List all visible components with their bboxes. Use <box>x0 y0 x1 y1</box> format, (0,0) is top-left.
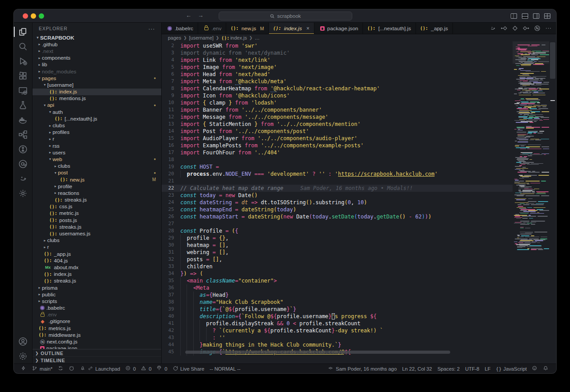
tree-item-streaks.js[interactable]: ():streaks.js <box>33 223 161 230</box>
activity-account-icon[interactable] <box>14 334 33 349</box>
open-changes-icon[interactable] <box>512 25 518 32</box>
tree-item-.babelrc[interactable]: .babelrc <box>33 305 161 311</box>
tree-item-.next[interactable]: ▸.next <box>33 48 161 54</box>
tree-item-usernames.js[interactable]: ():usernames.js <box>33 230 161 237</box>
tree-item-node_modules[interactable]: ▸node_modules <box>33 68 161 75</box>
tree-item-index.js[interactable]: ():index.js <box>33 271 161 278</box>
layout-panel-icon[interactable] <box>521 12 529 20</box>
status-lf[interactable]: LF <box>482 366 493 372</box>
status-github[interactable] <box>66 366 77 372</box>
activity-docker-icon[interactable] <box>14 113 33 127</box>
code-line-13[interactable]: 13import { StaticMention } from '../../c… <box>162 121 513 128</box>
code-line-21[interactable]: 21 <box>162 178 513 185</box>
tree-item-profiles[interactable]: ▸profiles <box>33 129 161 136</box>
code-line-43[interactable]: 43 : '' <box>162 334 513 341</box>
status-0[interactable]: 0 <box>123 366 138 372</box>
tree-item-r[interactable]: ▸r <box>33 244 161 251</box>
command-center-search[interactable]: scrapbook <box>219 12 352 20</box>
tab-index.js[interactable]: ():index.js× <box>269 23 314 34</box>
code-line-29[interactable]: 29 profile = {}, <box>162 234 513 242</box>
tree-item-metric.js[interactable]: ():metric.js <box>33 210 161 217</box>
code-line-30[interactable]: 30 heatmap = [], <box>162 242 513 249</box>
tree-item-next.config.js[interactable]: Nnext.config.js <box>33 338 161 345</box>
status-spaces-2[interactable]: Spaces: 2 <box>435 366 462 372</box>
code-line-7[interactable]: 7import Meta from '@hackclub/meta' <box>162 78 513 85</box>
tree-item-mentions.js[interactable]: ():mentions.js <box>33 95 161 102</box>
breadcrumb-item[interactable]: ():index.js <box>221 35 247 40</box>
next-change-icon[interactable] <box>523 25 529 32</box>
activity-circle-branch-icon[interactable] <box>14 142 33 157</box>
code-line-16[interactable]: 16import ExamplePosts from '../../compon… <box>162 142 513 149</box>
tree-item-users[interactable]: ▸users <box>33 149 161 156</box>
tab-.babelrc[interactable]: .babelrc <box>162 23 198 34</box>
status-sam-poder-16-months-ago[interactable]: Sam Poder, 16 months ago <box>326 366 399 372</box>
status-launchpad[interactable]: Launchpad <box>77 366 123 372</box>
tree-root[interactable]: ▾SCRAPBOOK <box>33 34 161 41</box>
tree-item-post[interactable]: ▾post● <box>33 170 161 176</box>
tab-_app.js[interactable]: ():_app.js <box>416 23 453 34</box>
code-line-40[interactable]: 40 description={`Follow @${profile.usern… <box>162 313 513 320</box>
tree-item-prisma[interactable]: ▸prisma <box>33 284 161 291</box>
code-line-14[interactable]: 14import Post from '../../components/pos… <box>162 128 513 135</box>
code-line-12[interactable]: 12import Message from '../../components/… <box>162 113 513 121</box>
tree-item-.env[interactable]: .env <box>33 311 161 318</box>
code-line-20[interactable]: 20 process.env.NODE_ENV === 'development… <box>162 170 513 178</box>
maximize-window-button[interactable] <box>39 13 44 19</box>
activity-debug-icon[interactable] <box>14 54 33 69</box>
close-window-button[interactable] <box>23 13 28 19</box>
tab-new.js[interactable]: ():new.jsM <box>226 23 269 34</box>
code-line-23[interactable]: 23const today = new Date() <box>162 192 513 199</box>
code-line-8[interactable]: 8import CalendarHeatmap from '@hackclub/… <box>162 85 513 92</box>
tree-item-404.js[interactable]: ():404.js <box>33 257 161 264</box>
tree-item-clubs[interactable]: ▸clubs <box>33 163 161 170</box>
tree-item-api[interactable]: ▾api● <box>33 102 161 109</box>
layout-sidebar-right-icon[interactable] <box>533 12 540 20</box>
code-line-44[interactable]: 44 }making things in the Hack Club commu… <box>162 341 513 348</box>
code-line-24[interactable]: 24const dateString = dt => dt.toISOStrin… <box>162 199 513 206</box>
tree-item-scripts[interactable]: ▸scripts <box>33 298 161 304</box>
tree-item-r[interactable]: ▸r <box>33 136 161 142</box>
vertical-scrollbar[interactable] <box>549 41 556 364</box>
minimize-window-button[interactable] <box>31 13 36 19</box>
status-0[interactable]: 0 <box>138 366 154 372</box>
code-line-18[interactable]: 18 <box>162 156 513 163</box>
code-line-22[interactable]: 22// Calculate heat map date rangeSam Po… <box>162 185 513 192</box>
tree-item-clubs[interactable]: ▸clubs <box>33 122 161 129</box>
breadcrumb-item[interactable]: … <box>255 35 260 40</box>
code-line-28[interactable]: 28const Profile = ({ <box>162 227 513 234</box>
tree-item-lib[interactable]: ▸lib <box>33 61 161 68</box>
tree-item-.github[interactable]: ▸.github <box>33 41 161 48</box>
status-ln-22-col-32[interactable]: Ln 22, Col 32 <box>399 366 435 372</box>
code-line-42[interactable]: 42 ? `(currently a ${profile.streakCount… <box>162 327 513 334</box>
code-line-27[interactable]: 27 <box>162 220 513 227</box>
tree-item-css.js[interactable]: ():css.js <box>33 203 161 210</box>
nav-back-icon[interactable]: ← <box>186 12 191 19</box>
activity-circle-at-icon[interactable] <box>14 157 33 171</box>
prev-change-icon[interactable] <box>501 25 507 32</box>
tree-item-web[interactable]: ▾web● <box>33 156 161 162</box>
tree-item-auth[interactable]: ▾auth <box>33 109 161 115</box>
code-line-39[interactable]: 39 title={`@${profile.username}`} <box>162 306 513 313</box>
code-line-37[interactable]: 37 as={Head} <box>162 291 513 299</box>
status-javascript[interactable]: {}JavaScript <box>493 366 529 372</box>
activity-smiley-icon[interactable] <box>14 171 33 186</box>
horizontal-scrollbar-thumb[interactable] <box>185 351 450 354</box>
status-main[interactable]: main* <box>29 366 55 372</box>
activity-testing-icon[interactable] <box>14 98 33 113</box>
tree-item-streaks.js[interactable]: ():streaks.js <box>33 278 161 284</box>
code-line-9[interactable]: 9import Icon from '@hackclub/icons' <box>162 92 513 99</box>
breadcrumb-item[interactable]: pages <box>168 35 181 40</box>
outline-section[interactable]: ❯ OUTLINE <box>33 349 161 356</box>
code-line-6[interactable]: 6import Head from 'next/head' <box>162 71 513 78</box>
tab-.env[interactable]: .env <box>198 23 226 34</box>
status-0[interactable]: 0 <box>154 366 170 372</box>
activity-gear-mini-icon[interactable] <box>14 186 33 201</box>
tree-item-[username][interactable]: ▾[username] <box>33 81 161 88</box>
code-line-38[interactable]: 38 name="Hack Club Scrapbook" <box>162 299 513 306</box>
code-line-2[interactable]: 2import useSWR from 'swr' <box>162 42 513 49</box>
tab-package.json[interactable]: package.json <box>314 23 363 34</box>
tab-[...nextauth].js[interactable]: ():[...nextauth].js <box>363 23 415 34</box>
tree-item-.gitignore[interactable]: ◆.gitignore <box>33 318 161 325</box>
activity-search-icon[interactable] <box>14 39 33 54</box>
code-line-32[interactable]: 32 posts = [], <box>162 256 513 263</box>
